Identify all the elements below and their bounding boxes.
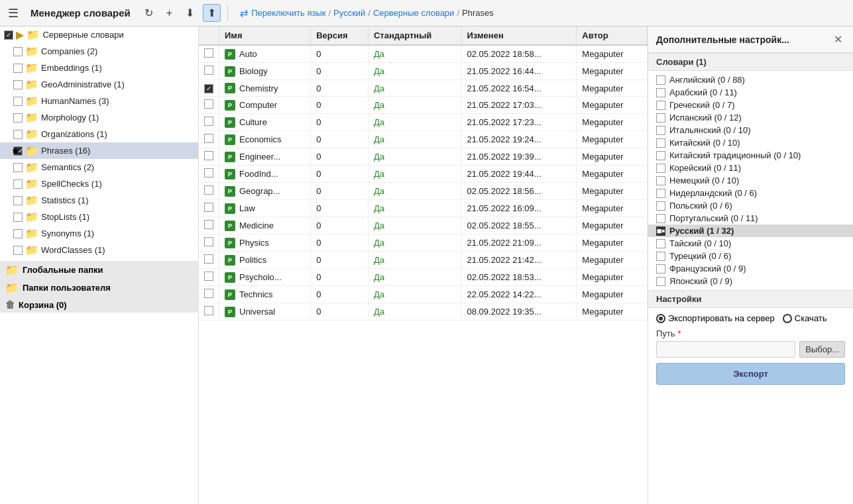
table-row[interactable]: P Geograp... 0 Да 02.05.2022 18:56... Me… (199, 183, 648, 200)
row-checkbox[interactable] (204, 168, 213, 177)
row-checkbox[interactable] (204, 66, 213, 75)
refresh-button[interactable]: ↻ (140, 4, 158, 22)
add-button[interactable]: + (162, 5, 177, 22)
lang-checkbox[interactable] (656, 239, 665, 248)
language-item[interactable]: Итальянский (0 / 10) (648, 124, 853, 136)
geoadmin-checkbox[interactable] (13, 80, 23, 89)
morphology-checkbox[interactable] (13, 113, 23, 123)
sidebar-section-global[interactable]: 📁 Глобальные папки (0, 261, 198, 279)
lang-checkbox[interactable] (656, 214, 665, 223)
language-item[interactable]: ■ Русский (1 / 32) (648, 225, 853, 237)
table-row[interactable]: P Medicine 0 Да 02.05.2022 18:55... Mega… (199, 217, 648, 234)
row-checkbox[interactable] (204, 99, 213, 109)
export-server-radio[interactable] (656, 314, 665, 323)
panel-close-button[interactable]: ✕ (831, 32, 845, 47)
language-item[interactable]: Французский (0 / 9) (648, 262, 853, 275)
language-item[interactable]: Китайский традиционный (0 / 10) (648, 149, 853, 162)
row-checkbox[interactable] (204, 272, 213, 281)
lang-checkbox[interactable]: ■ (656, 227, 665, 236)
sidebar-item-stoplists[interactable]: 📁 StopLists (1) (0, 209, 198, 225)
path-input[interactable] (656, 341, 795, 358)
humannames-checkbox[interactable] (13, 97, 23, 106)
lang-checkbox[interactable] (656, 76, 665, 85)
table-row[interactable]: P Law 0 Да 21.05.2022 16:09... Megaputer (199, 200, 648, 217)
companies-checkbox[interactable] (13, 47, 23, 56)
row-checkbox[interactable] (204, 203, 213, 212)
language-item[interactable]: Испанский (0 / 12) (648, 111, 853, 124)
table-row[interactable]: P Economics 0 Да 21.05.2022 19:24... Meg… (199, 131, 648, 148)
lang-checkbox[interactable] (656, 126, 665, 135)
breadcrumb-lang[interactable]: Русский (333, 8, 365, 18)
row-checkbox[interactable] (204, 306, 213, 315)
row-checkbox[interactable] (204, 151, 213, 160)
lang-checkbox[interactable] (656, 138, 665, 148)
wordclasses-checkbox[interactable] (13, 246, 23, 255)
lang-checkbox[interactable] (656, 264, 665, 274)
language-item[interactable]: Английский (0 / 88) (648, 74, 853, 86)
browse-button[interactable]: Выбор... (799, 341, 845, 358)
semantics-checkbox[interactable] (13, 163, 23, 172)
export-server-option[interactable]: Экспортировать на сервер (656, 313, 775, 323)
statistics-checkbox[interactable] (13, 196, 23, 205)
organizations-checkbox[interactable] (13, 130, 23, 139)
sidebar-item-wordclasses[interactable]: 📁 WordClasses (1) (0, 242, 198, 258)
language-item[interactable]: Японский (0 / 9) (648, 275, 853, 287)
download-button[interactable]: ⬇ (181, 4, 199, 22)
table-row[interactable]: P Physics 0 Да 21.05.2022 21:09... Megap… (199, 234, 648, 252)
sidebar-section-trash[interactable]: 🗑 Корзина (0) (0, 297, 198, 313)
language-item[interactable]: Немецкий (0 / 10) (648, 174, 853, 187)
language-item[interactable]: Нидерландский (0 / 6) (648, 187, 853, 199)
language-item[interactable]: Тайский (0 / 10) (648, 237, 853, 250)
table-row[interactable]: P Politics 0 Да 21.05.2022 21:42... Mega… (199, 252, 648, 269)
row-checkbox[interactable] (204, 117, 213, 126)
sidebar-item-semantics[interactable]: 📁 Semantics (2) (0, 159, 198, 176)
lang-checkbox[interactable] (656, 252, 665, 261)
upload-button[interactable]: ⬆ (203, 4, 221, 22)
sidebar-item-embeddings[interactable]: 📁 Embeddings (1) (0, 60, 198, 76)
table-row[interactable]: P Psycholo... 0 Да 02.05.2022 18:53... M… (199, 269, 648, 286)
table-row[interactable]: P Computer 0 Да 21.05.2022 17:03... Mega… (199, 97, 648, 114)
lang-checkbox[interactable] (656, 151, 665, 160)
row-checkbox[interactable] (204, 237, 213, 246)
table-row[interactable]: P Biology 0 Да 21.05.2022 16:44... Megap… (199, 63, 648, 80)
sidebar-root[interactable]: ▶ 📁 Серверные словари (0, 26, 198, 43)
phrases-checkbox[interactable]: ■ (13, 146, 23, 156)
table-row[interactable]: ✓ P Chemistry 0 Да 21.05.2022 16:54... M… (199, 80, 648, 97)
sidebar-item-morphology[interactable]: 📁 Morphology (1) (0, 109, 198, 126)
sidebar-item-geoadmin[interactable]: 📁 GeoAdministrative (1) (0, 76, 198, 93)
table-row[interactable]: P Auto 0 Да 02.05.2022 18:58... Megapute… (199, 45, 648, 63)
lang-checkbox[interactable] (656, 88, 665, 97)
sidebar-item-organizations[interactable]: 📁 Organizations (1) (0, 126, 198, 142)
row-checkbox[interactable] (204, 48, 213, 58)
language-item[interactable]: Корейский (0 / 11) (648, 162, 853, 174)
language-item[interactable]: Китайский (0 / 10) (648, 136, 853, 149)
row-checkbox[interactable] (204, 185, 213, 195)
row-checkbox[interactable] (204, 254, 213, 264)
table-row[interactable]: P Universal 0 Да 08.09.2022 19:35... Meg… (199, 303, 648, 321)
table-row[interactable]: P Culture 0 Да 21.05.2022 17:23... Megap… (199, 114, 648, 131)
switch-lang-button[interactable]: ⇄ Переключить язык (240, 7, 325, 19)
sidebar-item-synonyms[interactable]: 📁 Synonyms (1) (0, 225, 198, 242)
language-item[interactable]: Португальский (0 / 11) (648, 212, 853, 225)
synonyms-checkbox[interactable] (13, 229, 23, 238)
root-checkbox[interactable] (4, 30, 13, 40)
lang-checkbox[interactable] (656, 277, 665, 286)
table-row[interactable]: P Technics 0 Да 22.05.2022 14:22... Mega… (199, 286, 648, 303)
embeddings-checkbox[interactable] (13, 64, 23, 73)
lang-checkbox[interactable] (656, 101, 665, 110)
stoplists-checkbox[interactable] (13, 213, 23, 222)
download-radio[interactable] (783, 314, 792, 323)
row-checkbox[interactable] (204, 289, 213, 298)
export-button[interactable]: Экспорт (656, 363, 845, 385)
breadcrumb-section[interactable]: Серверные словари (373, 8, 454, 18)
table-row[interactable]: P Engineer... 0 Да 21.05.2022 19:39... M… (199, 148, 648, 166)
lang-checkbox[interactable] (656, 189, 665, 198)
table-row[interactable]: P FoodInd... 0 Да 21.05.2022 19:44... Me… (199, 166, 648, 183)
sidebar-item-companies[interactable]: 📁 Companies (2) (0, 43, 198, 60)
lang-checkbox[interactable] (656, 176, 665, 185)
row-checkbox[interactable] (204, 134, 213, 143)
hamburger-icon[interactable]: ☰ (5, 5, 21, 22)
download-option[interactable]: Скачать (783, 313, 827, 323)
sidebar-item-phrases[interactable]: ■ 📁 Phrases (16) (0, 142, 198, 159)
row-checkbox[interactable]: ✓ (204, 84, 213, 93)
